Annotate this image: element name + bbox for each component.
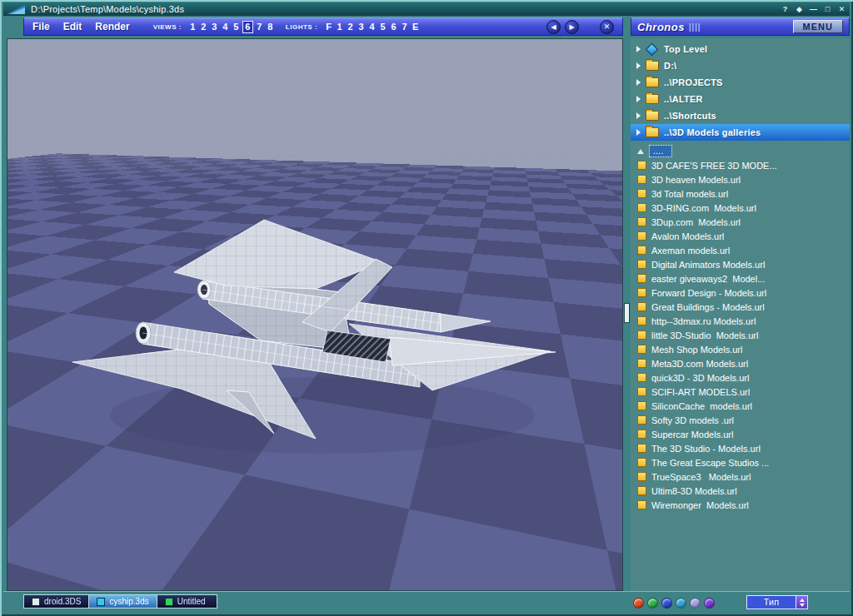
file-item[interactable]: easter giveaways2 Model... — [631, 271, 850, 286]
menu-render[interactable]: Render — [95, 21, 129, 32]
minimize-button[interactable]: — — [808, 4, 819, 14]
tree-item[interactable]: D:\ — [631, 57, 850, 74]
view-buttons: 12345678 — [187, 21, 276, 33]
up-directory-item[interactable]: .... — [631, 144, 850, 158]
file-item[interactable]: quick3D - 3D Models.url — [631, 370, 850, 385]
view-button-1[interactable]: 1 — [187, 21, 198, 33]
panel-menu-button[interactable]: MENU — [793, 20, 843, 33]
color-button-cyan[interactable] — [676, 598, 686, 609]
splitter-grip[interactable] — [624, 303, 630, 323]
file-item[interactable]: 3D heaven Models.url — [631, 172, 850, 186]
menubar: FileEditRender VIEWS : 12345678 LIGHTS :… — [23, 17, 623, 36]
file-item[interactable]: 3D-RING.com Models.url — [631, 201, 850, 215]
file-item[interactable]: Digital Animators Models.url — [631, 257, 850, 271]
color-buttons — [633, 598, 715, 609]
file-item[interactable]: 3D CAFE'S FREE 3D MODE... — [631, 158, 850, 172]
close-view-button[interactable]: ✕ — [600, 20, 614, 34]
light-button-7[interactable]: 7 — [399, 21, 410, 33]
viewport-3d[interactable] — [7, 38, 623, 591]
file-item[interactable]: Meta3D.com Models.url — [631, 356, 850, 370]
file-item[interactable]: http--3dmax.ru Models.url — [631, 314, 850, 328]
tree-item[interactable]: ..\Shortcuts — [631, 107, 850, 124]
document-tab[interactable]: Untitled — [157, 594, 217, 609]
url-file-icon — [637, 486, 646, 495]
expand-arrow-icon[interactable] — [636, 62, 641, 69]
expand-arrow-icon[interactable] — [636, 129, 641, 136]
light-button-3[interactable]: 3 — [356, 21, 367, 33]
help-button[interactable]: ? — [780, 4, 791, 14]
maximize-button[interactable]: □ — [822, 4, 833, 14]
file-item[interactable]: The 3D Studio - Models.url — [631, 441, 850, 455]
light-button-1[interactable]: 1 — [334, 21, 345, 33]
document-tab[interactable]: droid.3DS — [23, 594, 89, 609]
file-item[interactable]: Avalon Models.url — [631, 229, 850, 243]
file-item[interactable]: 3Dup.com Models.url — [631, 215, 850, 229]
color-button-blue[interactable] — [661, 598, 672, 609]
file-item[interactable]: SiliconCache models.url — [631, 399, 850, 413]
file-item[interactable]: Wiremonger Models.url — [631, 498, 850, 512]
light-buttons: F1234567E — [323, 21, 421, 33]
spinner-down-icon[interactable] — [800, 604, 805, 607]
view-button-4[interactable]: 4 — [220, 21, 231, 33]
url-file-icon — [637, 415, 646, 425]
ship-wireframe-model — [56, 216, 592, 492]
prev-arrow-button[interactable]: ◀ — [546, 20, 561, 34]
file-item[interactable]: Forward Design - Models.url — [631, 286, 850, 300]
url-file-icon — [637, 288, 646, 297]
light-button-f[interactable]: F — [323, 21, 334, 33]
file-item[interactable]: Softy 3D models .url — [631, 413, 850, 427]
panel-splitter[interactable] — [623, 38, 631, 591]
tree-item[interactable]: ..\3D Models galleries — [631, 124, 850, 141]
type-combo[interactable]: Тип — [746, 595, 808, 609]
view-button-6[interactable]: 6 — [242, 21, 253, 33]
file-item[interactable]: little 3D-Studio Models.url — [631, 328, 850, 342]
expand-arrow-icon[interactable] — [636, 79, 641, 86]
file-item[interactable]: 3d Total models.url — [631, 186, 850, 201]
document-tabs: droid.3DScyship.3dsUntitled — [23, 594, 217, 609]
light-button-2[interactable]: 2 — [345, 21, 356, 33]
view-button-2[interactable]: 2 — [198, 21, 209, 33]
spinner-up-icon[interactable] — [800, 599, 805, 602]
view-button-5[interactable]: 5 — [231, 21, 242, 33]
close-button[interactable]: ✕ — [836, 4, 847, 14]
color-button-purple[interactable] — [704, 598, 715, 609]
file-item-label: The Great Escape Studios ... — [651, 458, 769, 468]
expand-arrow-icon[interactable] — [636, 112, 641, 119]
file-item-label: Great Buildings - Models.url — [651, 302, 765, 312]
next-arrow-button[interactable]: ▶ — [565, 20, 579, 34]
view-button-3[interactable]: 3 — [209, 21, 220, 33]
file-item-label: SCIFI-ART MODELS.url — [651, 387, 750, 397]
light-button-4[interactable]: 4 — [367, 21, 377, 33]
tree-item[interactable]: ..\ALTER — [631, 91, 850, 107]
expand-arrow-icon[interactable] — [636, 96, 641, 102]
color-button-red[interactable] — [633, 598, 644, 609]
tree-item[interactable]: Top Level — [631, 41, 850, 57]
combo-spinner[interactable] — [796, 596, 807, 609]
app-button[interactable]: ◆ — [794, 4, 805, 14]
view-button-8[interactable]: 8 — [265, 21, 276, 33]
file-item-label: Axeman models.url — [651, 246, 730, 256]
document-tab[interactable]: cyship.3ds — [89, 594, 157, 609]
view-button-7[interactable]: 7 — [254, 21, 265, 33]
menu-file[interactable]: File — [32, 21, 50, 32]
file-item[interactable]: TrueSpace3 Models.url — [631, 469, 850, 484]
file-item[interactable]: Axeman models.url — [631, 243, 850, 257]
color-button-violet[interactable] — [690, 598, 701, 609]
app-window: D:\Projects\Temp\Models\cyship.3ds ?◆—□✕… — [0, 0, 853, 616]
file-item-label: 3D-RING.com Models.url — [651, 203, 756, 213]
file-item[interactable]: The Great Escape Studios ... — [631, 455, 850, 469]
light-button-e[interactable]: E — [410, 21, 421, 33]
file-item[interactable]: Great Buildings - Models.url — [631, 300, 850, 314]
tree-item[interactable]: ..\PROJECTS — [631, 74, 850, 91]
menu-edit[interactable]: Edit — [63, 21, 82, 32]
color-button-green[interactable] — [647, 598, 658, 609]
light-button-5[interactable]: 5 — [377, 21, 388, 33]
file-item[interactable]: SCIFI-ART MODELS.url — [631, 385, 850, 399]
file-item-label: The 3D Studio - Models.url — [651, 444, 761, 454]
file-item[interactable]: Mesh Shop Models.url — [631, 342, 850, 356]
expand-arrow-icon[interactable] — [636, 46, 641, 52]
file-item[interactable]: Ultim8-3D Models.url — [631, 484, 850, 498]
file-item[interactable]: Supercar Models.url — [631, 427, 850, 441]
light-button-6[interactable]: 6 — [388, 21, 399, 33]
file-list: .... 3D CAFE'S FREE 3D MODE...3D heaven … — [631, 144, 850, 512]
